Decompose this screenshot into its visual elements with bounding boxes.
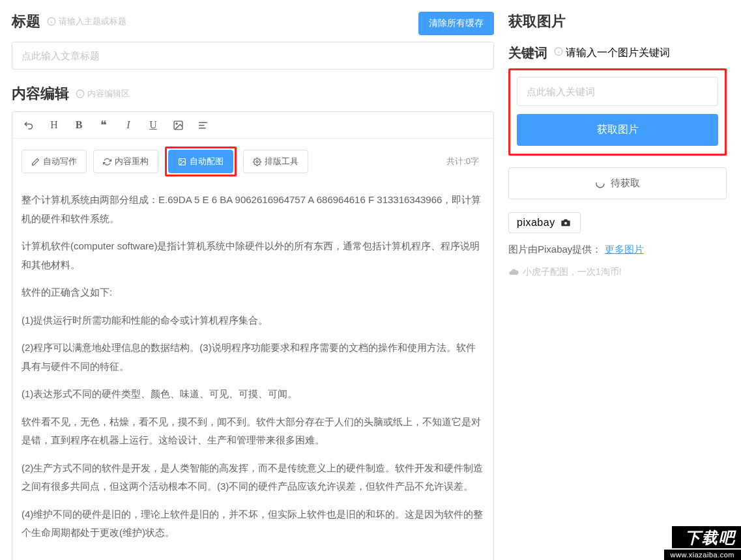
quote-icon[interactable]: ❝ xyxy=(97,119,110,132)
keyword-input[interactable] xyxy=(517,77,718,106)
provider-row: 图片由Pixabay提供： 更多图片 xyxy=(508,244,727,256)
editor-paragraph: (1)表达形式不同的硬件类型、颜色、味道、可见、可摸、可闻。 xyxy=(22,385,484,404)
editor-content[interactable]: 整个计算机系统由两部分组成：E.69DA 5 E 6 BA 9062616964… xyxy=(12,184,493,560)
auto-image-button[interactable]: 自动配图 xyxy=(168,150,233,173)
editor-paragraph: (2)生产方式不同的软件是开发，是人类智能的高发挥，而不是传统意义上的硬件制造。… xyxy=(22,459,484,496)
title-header-row: 标题 请输入主题或标题 清除所有缓存 xyxy=(12,12,494,39)
underline-icon[interactable]: U xyxy=(147,119,160,132)
info-icon xyxy=(47,17,56,26)
editor-box: H B ❝ I U 自动写作 内容重构 xyxy=(12,111,494,560)
footer-hint: 小虎子配图，一次1淘币! xyxy=(508,266,727,278)
cloud-icon xyxy=(508,267,519,277)
svg-point-7 xyxy=(175,122,177,124)
content-edit-heading: 内容编辑 xyxy=(12,84,69,104)
svg-point-12 xyxy=(181,160,182,161)
keyword-panel-highlight: 获取图片 xyxy=(508,68,727,156)
camera-icon xyxy=(559,217,572,228)
auto-image-highlight: 自动配图 xyxy=(165,147,237,176)
pixabay-brand-text: pixabay xyxy=(517,217,555,229)
info-icon xyxy=(554,47,563,56)
title-hint: 请输入主题或标题 xyxy=(47,16,126,27)
bold-icon[interactable]: B xyxy=(72,119,85,132)
editor-paragraph: 计算机软件(computer software)是指计算机系统中除硬件以外的所有… xyxy=(22,237,484,274)
watermark-url: www.xiazaiba.com xyxy=(664,550,741,560)
align-left-icon[interactable] xyxy=(196,119,209,132)
watermark: 下载吧 xyxy=(672,526,741,548)
editor-paragraph: 软件看不见，无色，枯燥，看不见，摸不到，闻不到。软件大部分存在于人们的头脑或纸上… xyxy=(22,413,484,450)
pencil-icon xyxy=(31,158,40,166)
spinner-icon xyxy=(595,178,605,189)
more-images-link[interactable]: 更多图片 xyxy=(605,244,644,255)
editor-paragraph: (1)提供运行时所需功能和性能的命令或计算机程序集合。 xyxy=(22,311,484,330)
side-column: 获取图片 关键词 请输入一个图片关键词 获取图片 待获取 pixabay 图片由… xyxy=(508,12,727,560)
get-image-heading: 获取图片 xyxy=(508,12,727,31)
pixabay-badge: pixabay xyxy=(508,212,581,233)
restructure-button[interactable]: 内容重构 xyxy=(93,150,158,173)
editor-paragraph: 整个计算机系统由两部分组成：E.69DA 5 E 6 BA 9062616964… xyxy=(22,191,484,228)
layout-tool-button[interactable]: 排版工具 xyxy=(243,150,308,173)
keyword-hint: 请输入一个图片关键词 xyxy=(554,46,670,60)
title-heading: 标题 xyxy=(12,12,40,31)
editor-paragraph: (4)维护不同的硬件是旧的，理论上软件是旧的，并不坏，但实际上软件也是旧的和坏的… xyxy=(22,505,484,542)
clear-cache-button[interactable]: 清除所有缓存 xyxy=(418,12,494,35)
keyword-label: 关键词 xyxy=(508,44,547,62)
undo-icon[interactable] xyxy=(23,119,36,132)
image-icon[interactable] xyxy=(171,119,184,132)
svg-point-18 xyxy=(564,222,567,225)
editor-paragraph: (2)程序可以满意地处理信息的数据结构。(3)说明程序功能要求和程序需要的文档的… xyxy=(22,339,484,376)
content-hint: 内容编辑区 xyxy=(76,88,130,100)
settings-icon xyxy=(253,158,261,166)
word-count: 共计:0字 xyxy=(446,156,479,167)
refresh-icon xyxy=(103,158,111,166)
svg-point-13 xyxy=(256,160,258,162)
format-toolbar: H B ❝ I U xyxy=(12,112,493,139)
article-title-input[interactable] xyxy=(12,42,494,70)
get-image-button[interactable]: 获取图片 xyxy=(517,114,718,146)
info-icon xyxy=(76,89,85,98)
image-plus-icon xyxy=(178,158,186,166)
italic-icon[interactable]: I xyxy=(122,119,135,132)
auto-write-button[interactable]: 自动写作 xyxy=(22,150,87,173)
action-toolbar: 自动写作 内容重构 自动配图 排版工具 共计:0字 xyxy=(12,139,493,184)
editor-paragraph: 软件的正确含义如下: xyxy=(22,283,484,302)
heading-icon[interactable]: H xyxy=(48,119,61,132)
svg-point-17 xyxy=(596,180,604,188)
main-column: 标题 请输入主题或标题 清除所有缓存 内容编辑 内容编辑区 H B ❝ xyxy=(12,12,494,560)
pending-button[interactable]: 待获取 xyxy=(508,167,727,199)
